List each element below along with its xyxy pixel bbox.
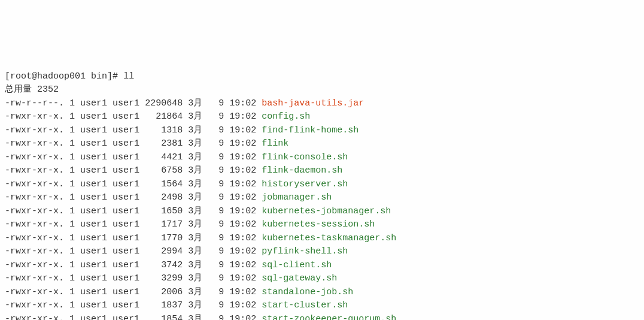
file-month: 3月 [188, 233, 202, 243]
file-name: jobmanager.sh [262, 192, 332, 203]
file-day: 9 [218, 273, 224, 283]
file-size: 2290648 [145, 98, 183, 108]
file-permissions: -rwxr-xr-x. [5, 313, 64, 321]
file-month: 3月 [188, 287, 202, 297]
file-group: user1 [113, 192, 139, 203]
file-permissions: -rwxr-xr-x. [5, 110, 64, 124]
file-links: 1 [69, 206, 75, 216]
file-name: standalone-job.sh [262, 287, 353, 297]
file-time: 19:02 [229, 314, 256, 321]
file-group: user1 [113, 179, 139, 189]
file-month: 3月 [188, 138, 202, 149]
file-group: user1 [113, 206, 139, 216]
file-month: 3月 [188, 273, 202, 283]
file-month: 3月 [188, 206, 202, 216]
file-owner: user1 [80, 165, 107, 176]
file-month: 3月 [188, 246, 202, 256]
file-time: 19:02 [229, 152, 256, 162]
file-owner: user1 [80, 219, 107, 230]
file-row: -rwxr-xr-x. 1 user1 user1 1717 3月 9 19:0… [5, 218, 644, 232]
file-day: 9 [218, 260, 224, 270]
file-day: 9 [218, 287, 224, 297]
file-name: pyflink-shell.sh [262, 246, 348, 256]
file-day: 9 [218, 314, 224, 321]
file-row: -rwxr-xr-x. 1 user1 user1 2994 3月 9 19:0… [5, 245, 644, 259]
file-row: -rwxr-xr-x. 1 user1 user1 1854 3月 9 19:0… [5, 313, 644, 321]
file-name: historyserver.sh [262, 179, 348, 189]
file-size: 1318 [145, 125, 183, 135]
file-time: 19:02 [229, 206, 256, 216]
file-size: 2994 [145, 246, 183, 256]
file-permissions: -rwxr-xr-x. [5, 272, 64, 286]
file-size: 1837 [145, 300, 183, 310]
file-row: -rwxr-xr-x. 1 user1 user1 1318 3月 9 19:0… [5, 124, 644, 138]
file-day: 9 [218, 165, 224, 176]
file-size: 3299 [145, 273, 183, 283]
file-size: 1717 [145, 219, 183, 230]
file-time: 19:02 [229, 138, 256, 149]
file-links: 1 [69, 273, 75, 283]
file-permissions: -rwxr-xr-x. [5, 245, 64, 259]
file-links: 1 [69, 111, 75, 122]
file-day: 9 [218, 98, 224, 108]
file-day: 9 [218, 206, 224, 216]
file-owner: user1 [80, 260, 107, 270]
file-owner: user1 [80, 111, 107, 122]
file-owner: user1 [80, 246, 107, 256]
file-time: 19:02 [229, 233, 256, 243]
prompt-host: hadoop001 [37, 71, 86, 81]
file-permissions: -rwxr-xr-x. [5, 286, 64, 300]
file-time: 19:02 [229, 179, 256, 189]
file-time: 19:02 [229, 246, 256, 256]
file-name: flink-daemon.sh [262, 165, 342, 176]
file-links: 1 [69, 152, 75, 162]
file-month: 3月 [188, 165, 202, 176]
file-day: 9 [218, 300, 224, 310]
file-permissions: -rwxr-xr-x. [5, 191, 64, 205]
file-name: start-zookeeper-quorum.sh [262, 314, 396, 321]
file-owner: user1 [80, 233, 107, 243]
file-row: -rwxr-xr-x. 1 user1 user1 1837 3月 9 19:0… [5, 299, 644, 313]
file-month: 3月 [188, 98, 202, 108]
file-group: user1 [113, 219, 139, 230]
file-permissions: -rwxr-xr-x. [5, 232, 64, 246]
file-name: kubernetes-jobmanager.sh [262, 206, 391, 216]
file-name: kubernetes-taskmanager.sh [262, 233, 396, 243]
file-row: -rwxr-xr-x. 1 user1 user1 1770 3月 9 19:0… [5, 232, 644, 246]
file-owner: user1 [80, 206, 107, 216]
file-size: 2498 [145, 192, 183, 203]
file-month: 3月 [188, 152, 202, 162]
file-row: -rwxr-xr-x. 1 user1 user1 3299 3月 9 19:0… [5, 272, 644, 286]
command-text: ll [123, 71, 134, 81]
file-size: 21864 [145, 111, 183, 122]
file-time: 19:02 [229, 111, 256, 122]
file-permissions: -rwxr-xr-x. [5, 178, 64, 192]
file-day: 9 [218, 125, 224, 135]
file-size: 1650 [145, 206, 183, 216]
total-line: 总用量 2352 [5, 84, 59, 95]
file-row: -rw-r--r--. 1 user1 user1 2290648 3月 9 1… [5, 97, 644, 111]
file-group: user1 [113, 98, 139, 108]
file-links: 1 [69, 98, 75, 108]
file-group: user1 [113, 111, 139, 122]
file-links: 1 [69, 125, 75, 135]
file-permissions: -rwxr-xr-x. [5, 218, 64, 232]
file-owner: user1 [80, 314, 107, 321]
file-owner: user1 [80, 98, 107, 108]
file-name: bash-java-utils.jar [262, 98, 364, 108]
file-month: 3月 [188, 219, 202, 230]
file-size: 1770 [145, 233, 183, 243]
prompt-line: [root@hadoop001 bin]# ll [5, 71, 134, 81]
file-group: user1 [113, 165, 139, 176]
file-owner: user1 [80, 152, 107, 162]
file-permissions: -rwxr-xr-x. [5, 137, 64, 151]
file-owner: user1 [80, 273, 107, 283]
file-listing: -rw-r--r--. 1 user1 user1 2290648 3月 9 1… [5, 97, 644, 321]
file-links: 1 [69, 138, 75, 149]
file-time: 19:02 [229, 192, 256, 203]
file-group: user1 [113, 233, 139, 243]
prompt-symbol: # [113, 71, 118, 81]
total-value: 2352 [37, 84, 59, 95]
file-links: 1 [69, 165, 75, 176]
file-time: 19:02 [229, 287, 256, 297]
